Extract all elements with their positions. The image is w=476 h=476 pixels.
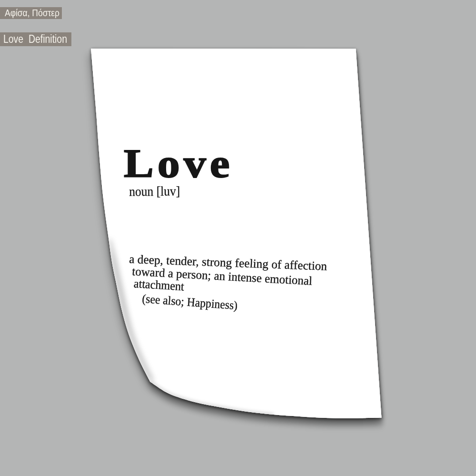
svg-text:Love Definition: Love Definition — [3, 33, 67, 45]
svg-text:Αφίσα, Πόστερ: Αφίσα, Πόστερ — [5, 7, 60, 18]
svg-text:noun [luv]: noun [luv] — [129, 184, 180, 199]
svg-text:Love: Love — [124, 142, 233, 186]
